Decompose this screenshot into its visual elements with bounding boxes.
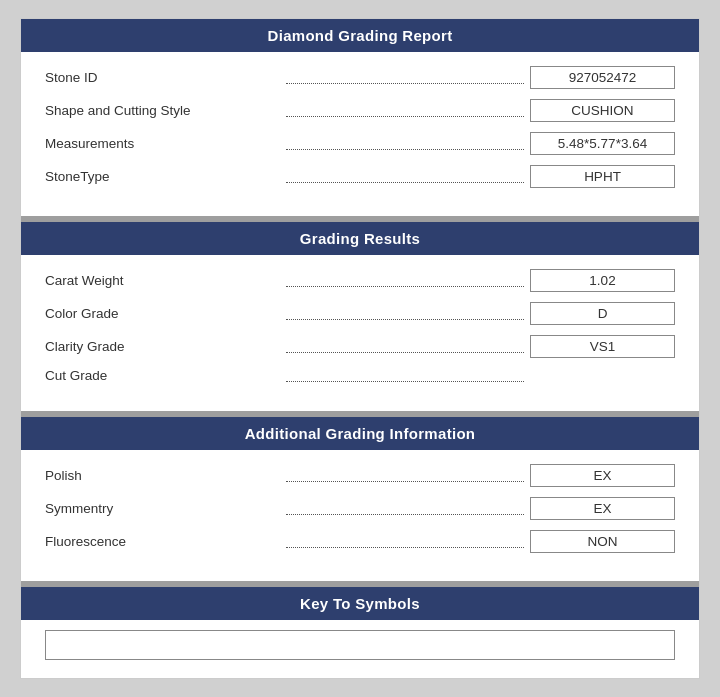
shape-dots (286, 105, 525, 117)
symmetry-dots (286, 503, 525, 515)
fluorescence-label: Fluorescence (45, 534, 284, 549)
report-container: Diamond Grading Report Stone ID 92705247… (20, 18, 700, 679)
carat-weight-dots (286, 275, 525, 287)
clarity-grade-row: Clarity Grade VS1 (45, 335, 675, 358)
stone-id-row: Stone ID 927052472 (45, 66, 675, 89)
shape-value: CUSHION (530, 99, 675, 122)
key-symbols-box (45, 630, 675, 660)
stonetype-label: StoneType (45, 169, 284, 184)
stone-id-dots (286, 72, 525, 84)
color-grade-dots (286, 308, 525, 320)
stonetype-row: StoneType HPHT (45, 165, 675, 188)
stone-id-value: 927052472 (530, 66, 675, 89)
measurements-dots (286, 138, 525, 150)
symmetry-label: Symmentry (45, 501, 284, 516)
color-grade-row: Color Grade D (45, 302, 675, 325)
cut-grade-dots (286, 370, 525, 382)
polish-label: Polish (45, 468, 284, 483)
carat-weight-label: Carat Weight (45, 273, 284, 288)
cut-grade-row: Cut Grade (45, 368, 675, 383)
fluorescence-dots (286, 536, 525, 548)
measurements-label: Measurements (45, 136, 284, 151)
report-title: Diamond Grading Report (21, 19, 699, 52)
stonetype-value: HPHT (530, 165, 675, 188)
additional-grading-title: Additional Grading Information (21, 417, 699, 450)
symmetry-value: EX (530, 497, 675, 520)
measurements-value: 5.48*5.77*3.64 (530, 132, 675, 155)
grading-results-section: Carat Weight 1.02 Color Grade D Clarity … (21, 255, 699, 411)
fluorescence-value: NON (530, 530, 675, 553)
grading-results-title: Grading Results (21, 222, 699, 255)
measurements-row: Measurements 5.48*5.77*3.64 (45, 132, 675, 155)
polish-row: Polish EX (45, 464, 675, 487)
clarity-grade-label: Clarity Grade (45, 339, 284, 354)
shape-row: Shape and Cutting Style CUSHION (45, 99, 675, 122)
shape-label: Shape and Cutting Style (45, 103, 284, 118)
symmetry-row: Symmentry EX (45, 497, 675, 520)
cut-grade-label: Cut Grade (45, 368, 284, 383)
carat-weight-value: 1.02 (530, 269, 675, 292)
stone-id-label: Stone ID (45, 70, 284, 85)
clarity-grade-value: VS1 (530, 335, 675, 358)
key-symbols-section (21, 620, 699, 678)
polish-dots (286, 470, 525, 482)
stone-info-section: Stone ID 927052472 Shape and Cutting Sty… (21, 52, 699, 216)
key-symbols-title: Key To Symbols (21, 587, 699, 620)
color-grade-value: D (530, 302, 675, 325)
polish-value: EX (530, 464, 675, 487)
color-grade-label: Color Grade (45, 306, 284, 321)
additional-grading-section: Polish EX Symmentry EX Fluorescence NON (21, 450, 699, 581)
clarity-grade-dots (286, 341, 525, 353)
stonetype-dots (286, 171, 525, 183)
fluorescence-row: Fluorescence NON (45, 530, 675, 553)
carat-weight-row: Carat Weight 1.02 (45, 269, 675, 292)
